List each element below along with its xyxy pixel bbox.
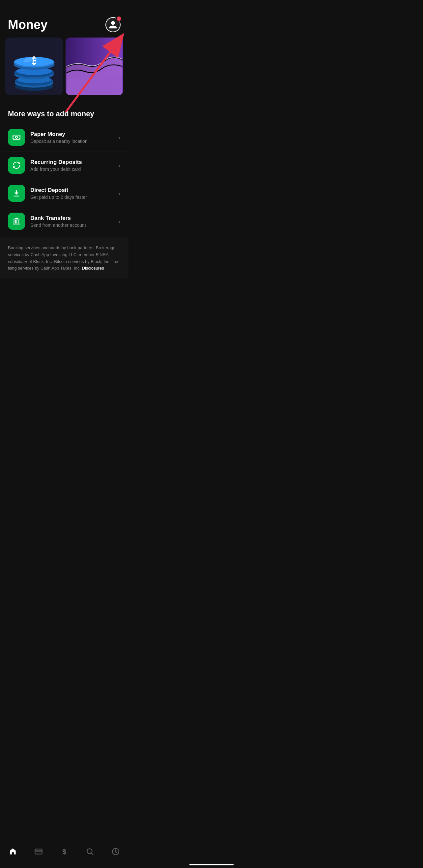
bank-transfers-item[interactable]: Bank Transfers Send from another account…: [0, 207, 129, 235]
nav-pay[interactable]: $: [56, 844, 73, 859]
chevron-icon: ›: [118, 134, 120, 141]
cards-row: ₿: [0, 37, 129, 100]
notification-badge: 1: [116, 16, 122, 22]
svg-text:$: $: [62, 847, 66, 856]
chevron-icon: ›: [118, 190, 120, 197]
nav-activity[interactable]: [107, 844, 124, 859]
paper-money-icon-container: [8, 129, 25, 146]
more-ways-section: More ways to add money Paper Money Depos…: [0, 103, 129, 235]
svg-rect-19: [13, 196, 19, 196]
stocks-card[interactable]: [65, 37, 123, 95]
nav-card[interactable]: [30, 844, 47, 859]
bank-icon-container: [8, 213, 25, 230]
svg-rect-16: [13, 135, 20, 140]
stocks-illustration: [65, 37, 123, 95]
bitcoin-card[interactable]: ₿: [5, 37, 63, 95]
clock-icon: [111, 847, 120, 856]
recurring-icon: [12, 161, 21, 169]
direct-deposit-text: Direct Deposit Get paid up to 2 days fas…: [30, 187, 116, 200]
profile-button[interactable]: 1: [106, 17, 120, 32]
menu-list: Paper Money Deposit at a nearby location…: [0, 123, 129, 235]
nav-search[interactable]: [81, 844, 98, 859]
svg-rect-21: [15, 220, 16, 223]
disclaimer-section: Banking services and cards by bank partn…: [0, 237, 129, 278]
bottom-nav: $: [0, 840, 129, 868]
bank-transfers-title: Bank Transfers: [30, 215, 116, 221]
bitcoin-illustration: ₿: [5, 37, 63, 95]
svg-rect-24: [13, 224, 20, 224]
page-title: Money: [8, 18, 48, 32]
recurring-deposits-title: Recurring Deposits: [30, 159, 116, 165]
paper-money-title: Paper Money: [30, 131, 116, 137]
disclaimer-text: Banking services and cards by bank partn…: [8, 245, 120, 272]
bank-icon: [12, 217, 21, 225]
svg-rect-22: [17, 220, 17, 223]
recurring-deposits-item[interactable]: Recurring Deposits Add from your debit c…: [0, 151, 129, 179]
direct-deposit-icon-container: [8, 185, 25, 202]
nav-home[interactable]: [4, 844, 21, 859]
dollar-icon: $: [60, 847, 68, 856]
header: Money 1: [0, 0, 129, 37]
home-icon: [8, 847, 17, 856]
chevron-icon: ›: [118, 162, 120, 169]
paper-money-item[interactable]: Paper Money Deposit at a nearby location…: [0, 123, 129, 151]
chevron-icon: ›: [118, 218, 120, 225]
recurring-deposits-text: Recurring Deposits Add from your debit c…: [30, 159, 116, 172]
svg-rect-23: [18, 220, 19, 223]
paper-money-text: Paper Money Deposit at a nearby location: [30, 131, 116, 144]
paper-money-icon: [12, 133, 21, 142]
direct-deposit-icon: [12, 189, 21, 197]
direct-deposit-title: Direct Deposit: [30, 187, 116, 193]
svg-rect-20: [13, 220, 14, 223]
direct-deposit-item[interactable]: Direct Deposit Get paid up to 2 days fas…: [0, 179, 129, 207]
recurring-icon-container: [8, 157, 25, 174]
section-title: More ways to add money: [0, 103, 129, 123]
svg-rect-26: [35, 850, 42, 851]
svg-line-29: [91, 853, 93, 855]
bank-transfers-text: Bank Transfers Send from another account: [30, 215, 116, 228]
disclosures-link[interactable]: Disclosures: [82, 266, 104, 271]
person-icon: [108, 20, 118, 29]
search-icon: [86, 847, 94, 856]
recurring-deposits-subtitle: Add from your debit card: [30, 166, 116, 172]
bank-transfers-subtitle: Send from another account: [30, 222, 116, 228]
direct-deposit-subtitle: Get paid up to 2 days faster: [30, 194, 116, 200]
card-icon: [34, 847, 43, 856]
paper-money-subtitle: Deposit at a nearby location: [30, 138, 116, 144]
svg-point-17: [16, 136, 18, 138]
